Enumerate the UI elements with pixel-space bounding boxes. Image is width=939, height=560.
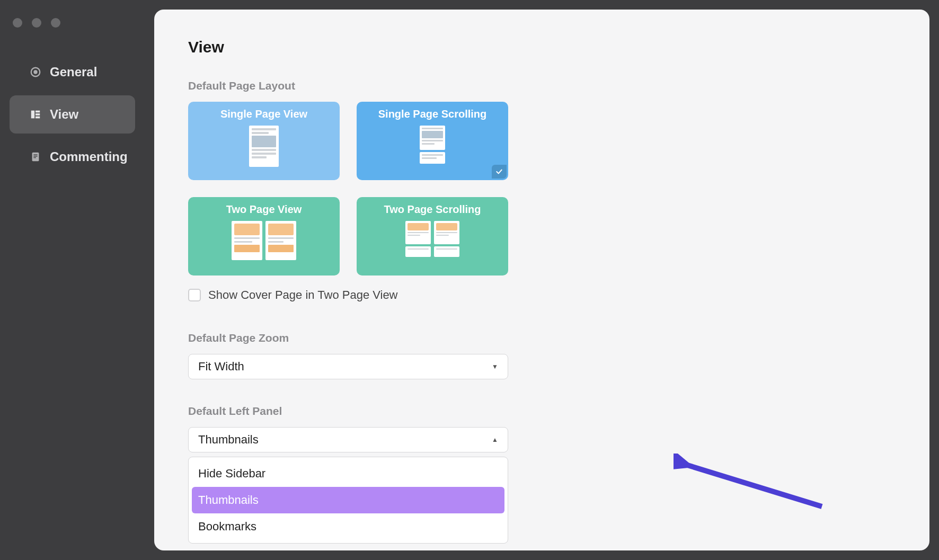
window-controls: [0, 6, 145, 28]
close-window-button[interactable]: [13, 18, 22, 28]
svg-rect-5: [36, 117, 40, 119]
cover-page-checkbox[interactable]: [188, 289, 201, 301]
svg-rect-6: [32, 153, 39, 162]
dropdown-item-bookmarks[interactable]: Bookmarks: [192, 513, 504, 540]
chevron-down-icon: ▼: [492, 363, 498, 370]
layout-option-two-page-scrolling[interactable]: Two Page Scrolling: [357, 197, 508, 275]
sidebar-item-general[interactable]: General: [10, 53, 135, 91]
page-title: View: [188, 38, 896, 56]
section-label-layout: Default Page Layout: [188, 79, 896, 92]
svg-rect-9: [33, 157, 36, 158]
svg-point-1: [33, 70, 37, 74]
svg-rect-2: [31, 111, 34, 119]
page-illustration: [420, 126, 445, 164]
layout-option-two-page-view[interactable]: Two Page View: [188, 197, 340, 275]
svg-rect-7: [33, 154, 37, 155]
svg-line-10: [684, 464, 822, 506]
sidebar-item-commenting[interactable]: Commenting: [10, 138, 135, 176]
minimize-window-button[interactable]: [32, 18, 41, 28]
section-label-left-panel: Default Left Panel: [188, 405, 896, 417]
svg-rect-8: [33, 156, 37, 156]
section-label-zoom: Default Page Zoom: [188, 332, 896, 344]
chevron-up-icon: ▲: [492, 436, 498, 443]
page-layout-options: Single Page View Single Page Scrolling T…: [188, 102, 896, 275]
document-icon: [30, 151, 41, 163]
sidebar-item-label: General: [50, 65, 97, 79]
page-illustration: [232, 221, 296, 260]
checkbox-label: Show Cover Page in Two Page View: [208, 288, 398, 302]
annotation-arrow: [674, 454, 832, 517]
maximize-window-button[interactable]: [51, 18, 60, 28]
left-panel-dropdown: Hide Sidebar Thumbnails Bookmarks: [188, 457, 508, 544]
select-value: Thumbnails: [198, 433, 259, 447]
dropdown-item-thumbnails[interactable]: Thumbnails: [192, 487, 504, 513]
default-zoom-select[interactable]: Fit Width ▼: [188, 354, 508, 379]
page-illustration: [405, 221, 459, 257]
sidebar-item-view[interactable]: View: [10, 95, 135, 134]
settings-sidebar: General View Commenting: [0, 0, 145, 560]
layout-icon: [30, 109, 41, 120]
layout-option-single-page-scrolling[interactable]: Single Page Scrolling: [357, 102, 508, 180]
layout-option-label: Two Page Scrolling: [384, 203, 481, 216]
sidebar-item-label: View: [50, 107, 78, 122]
layout-option-label: Single Page Scrolling: [378, 108, 487, 120]
page-illustration: [249, 126, 279, 167]
layout-option-label: Single Page View: [220, 108, 307, 120]
radio-icon: [30, 66, 41, 78]
default-left-panel-select[interactable]: Thumbnails ▲: [188, 427, 508, 452]
svg-rect-4: [36, 113, 40, 115]
settings-panel: View Default Page Layout Single Page Vie…: [154, 10, 929, 550]
select-value: Fit Width: [198, 360, 244, 374]
dropdown-item-hide-sidebar[interactable]: Hide Sidebar: [192, 460, 504, 487]
layout-option-label: Two Page View: [226, 203, 302, 216]
cover-page-option[interactable]: Show Cover Page in Two Page View: [188, 288, 896, 302]
sidebar-item-label: Commenting: [50, 149, 128, 164]
layout-option-single-page-view[interactable]: Single Page View: [188, 102, 340, 180]
svg-rect-3: [36, 111, 40, 113]
check-icon: [492, 165, 507, 179]
